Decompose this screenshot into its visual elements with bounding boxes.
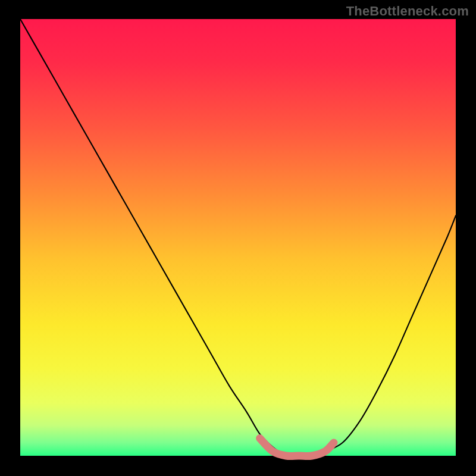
plot-background (20, 19, 456, 456)
watermark-text: TheBottleneck.com (346, 4, 469, 19)
bottleneck-chart (0, 0, 476, 476)
optimal-range-end-dot (330, 439, 337, 446)
chart-stage: TheBottleneck.com (0, 0, 476, 476)
